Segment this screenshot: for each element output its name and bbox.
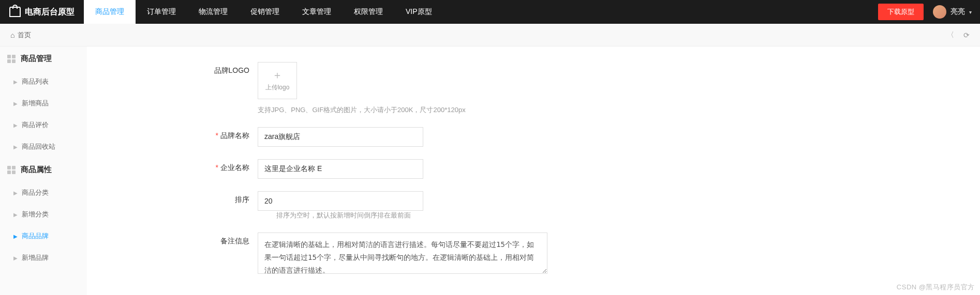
company-name-input[interactable] <box>258 159 423 179</box>
watermark: CSDN @黑马程序员官方 <box>897 283 975 292</box>
sort-hint: 排序为空时，默认按新增时间倒序排在最前面 <box>276 211 411 220</box>
sidebar-group-attributes: 商品属性 <box>0 158 87 182</box>
sidebar-group-products: 商品管理 <box>0 46 87 71</box>
brand-name-input[interactable] <box>258 127 423 147</box>
row-company-name: *企业名称 <box>87 159 980 179</box>
row-brand-logo: 品牌LOGO ＋ 上传logo 支持JPG、PNG、GIF格式的图片，大小请小于… <box>87 62 980 115</box>
main-form: 品牌LOGO ＋ 上传logo 支持JPG、PNG、GIF格式的图片，大小请小于… <box>87 46 980 295</box>
nav-items: 商品管理 订单管理 物流管理 促销管理 文章管理 权限管理 VIP原型 <box>84 0 443 24</box>
nav-item-orders[interactable]: 订单管理 <box>136 0 187 24</box>
nav-item-products[interactable]: 商品管理 <box>84 0 136 24</box>
user-menu[interactable]: 亮亮 ▾ <box>933 5 972 19</box>
download-button[interactable]: 下载原型 <box>878 4 924 20</box>
required-mark: * <box>216 163 218 172</box>
chevron-down-icon: ▾ <box>969 9 972 15</box>
sidebar: 商品管理 ▶商品列表 ▶新增商品 ▶商品评价 ▶商品回收站 商品属性 ▶商品分类… <box>0 46 87 295</box>
sidebar-item-add-product[interactable]: ▶新增商品 <box>0 92 87 114</box>
sidebar-item-product-recycle[interactable]: ▶商品回收站 <box>0 136 87 158</box>
user-name: 亮亮 <box>951 7 965 17</box>
arrow-icon: ▶ <box>13 190 18 196</box>
arrow-icon: ▶ <box>13 212 18 218</box>
grid-icon <box>7 166 16 174</box>
avatar <box>933 5 946 19</box>
plus-icon: ＋ <box>272 70 283 80</box>
nav-item-logistics[interactable]: 物流管理 <box>187 0 239 24</box>
arrow-icon: ▶ <box>13 234 18 239</box>
row-sort: 排序 排序为空时，默认按新增时间倒序排在最前面 <box>87 191 980 220</box>
logo-text: 电商后台原型 <box>25 7 75 18</box>
sidebar-item-product-category[interactable]: ▶商品分类 <box>0 182 87 204</box>
sidebar-item-add-brand[interactable]: ▶新增品牌 <box>0 247 87 269</box>
subheader-actions: 〈 ⟳ <box>947 30 970 40</box>
label-sort: 排序 <box>211 191 258 205</box>
arrow-icon: ▶ <box>13 79 18 85</box>
nav-item-articles[interactable]: 文章管理 <box>291 0 343 24</box>
arrow-icon: ▶ <box>13 255 18 261</box>
label-remark: 备注信息 <box>211 232 258 246</box>
sidebar-item-add-category[interactable]: ▶新增分类 <box>0 204 87 225</box>
label-brand-name: *品牌名称 <box>211 127 258 141</box>
upload-text: 上传logo <box>265 83 290 92</box>
arrow-icon: ▶ <box>13 101 18 106</box>
top-nav: 电商后台原型 商品管理 订单管理 物流管理 促销管理 文章管理 权限管理 VIP… <box>0 0 980 24</box>
nav-right: 下载原型 亮亮 ▾ <box>878 0 980 24</box>
grid-icon <box>7 55 16 63</box>
row-remark: 备注信息 <box>87 232 980 274</box>
layout: 商品管理 ▶商品列表 ▶新增商品 ▶商品评价 ▶商品回收站 商品属性 ▶商品分类… <box>0 46 980 295</box>
logo[interactable]: 电商后台原型 <box>0 0 84 24</box>
logo-hint: 支持JPG、PNG、GIF格式的图片，大小请小于200K，尺寸200*120px <box>258 105 466 115</box>
remark-textarea[interactable] <box>258 232 547 274</box>
upload-logo-button[interactable]: ＋ 上传logo <box>258 62 297 99</box>
nav-item-promotion[interactable]: 促销管理 <box>239 0 291 24</box>
row-brand-name: *品牌名称 <box>87 127 980 147</box>
arrow-icon: ▶ <box>13 144 18 150</box>
sidebar-item-product-list[interactable]: ▶商品列表 <box>0 71 87 92</box>
back-icon[interactable]: 〈 <box>947 30 954 40</box>
bag-icon <box>9 7 21 17</box>
sidebar-item-product-reviews[interactable]: ▶商品评价 <box>0 114 87 136</box>
home-icon: ⌂ <box>10 31 14 39</box>
refresh-icon[interactable]: ⟳ <box>963 31 970 39</box>
nav-item-permissions[interactable]: 权限管理 <box>343 0 394 24</box>
subheader: ⌂ 首页 〈 ⟳ <box>0 24 980 46</box>
sidebar-item-product-brand[interactable]: ▶商品品牌 <box>0 225 87 247</box>
label-brand-logo: 品牌LOGO <box>211 62 258 75</box>
breadcrumb[interactable]: ⌂ 首页 <box>10 30 31 40</box>
arrow-icon: ▶ <box>13 122 18 128</box>
required-mark: * <box>216 131 218 139</box>
breadcrumb-text: 首页 <box>18 30 31 40</box>
label-company-name: *企业名称 <box>211 159 258 173</box>
nav-item-vip[interactable]: VIP原型 <box>394 0 443 24</box>
sort-input[interactable] <box>258 191 423 211</box>
